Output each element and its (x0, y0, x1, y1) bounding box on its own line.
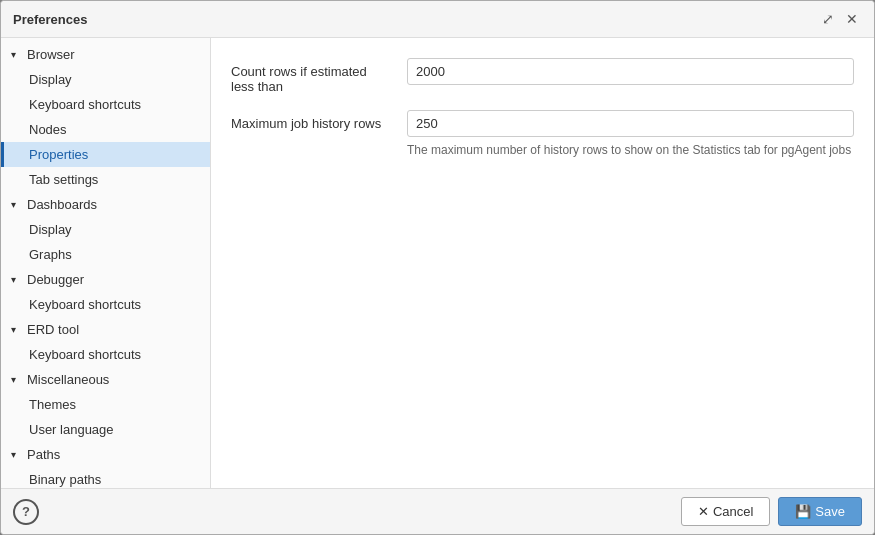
sidebar-group-header-miscellaneous[interactable]: ▾ Miscellaneous (1, 367, 210, 392)
cancel-button[interactable]: ✕ Cancel (681, 497, 770, 526)
save-label: Save (815, 504, 845, 519)
sidebar-group-header-browser[interactable]: ▾ Browser (1, 42, 210, 67)
preferences-dialog: Preferences ⤢ ✕ ▾ Browser Display Keyboa… (0, 0, 875, 535)
title-buttons: ⤢ ✕ (818, 9, 862, 29)
max-job-history-label: Maximum job history rows (231, 110, 391, 131)
sidebar-group-header-paths[interactable]: ▾ Paths (1, 442, 210, 467)
sidebar-item-nodes[interactable]: Nodes (1, 117, 210, 142)
sidebar-item-keyboard-shortcuts-dbg[interactable]: Keyboard shortcuts (1, 292, 210, 317)
sidebar-item-properties[interactable]: Properties (1, 142, 210, 167)
sidebar-group-label-erd: ERD tool (27, 322, 79, 337)
chevron-debugger-icon: ▾ (11, 274, 23, 285)
sidebar-item-tab-settings[interactable]: Tab settings (1, 167, 210, 192)
footer-left: ? (13, 499, 39, 525)
sidebar-item-graphs[interactable]: Graphs (1, 242, 210, 267)
sidebar-group-dashboards: ▾ Dashboards Display Graphs (1, 192, 210, 267)
sidebar-group-miscellaneous: ▾ Miscellaneous Themes User language (1, 367, 210, 442)
chevron-erd-icon: ▾ (11, 324, 23, 335)
sidebar-item-display-dash[interactable]: Display (1, 217, 210, 242)
count-rows-field (407, 58, 854, 85)
sidebar-group-header-erd[interactable]: ▾ ERD tool (1, 317, 210, 342)
count-rows-label: Count rows if estimated less than (231, 58, 391, 94)
footer-right: ✕ Cancel 💾 Save (681, 497, 862, 526)
sidebar-group-label-browser: Browser (27, 47, 75, 62)
title-bar: Preferences ⤢ ✕ (1, 1, 874, 38)
sidebar-group-erd-tool: ▾ ERD tool Keyboard shortcuts (1, 317, 210, 367)
max-job-history-input[interactable] (407, 110, 854, 137)
dialog-title: Preferences (13, 12, 87, 27)
max-job-history-field: The maximum number of history rows to sh… (407, 110, 854, 159)
sidebar-group-label-miscellaneous: Miscellaneous (27, 372, 109, 387)
cancel-label: Cancel (713, 504, 753, 519)
dialog-footer: ? ✕ Cancel 💾 Save (1, 488, 874, 534)
expand-button[interactable]: ⤢ (818, 9, 838, 29)
max-job-history-help: The maximum number of history rows to sh… (407, 141, 854, 159)
save-button[interactable]: 💾 Save (778, 497, 862, 526)
help-button[interactable]: ? (13, 499, 39, 525)
sidebar-item-themes[interactable]: Themes (1, 392, 210, 417)
sidebar: ▾ Browser Display Keyboard shortcuts Nod… (1, 38, 211, 488)
count-rows-row: Count rows if estimated less than (231, 58, 854, 94)
chevron-paths-icon: ▾ (11, 449, 23, 460)
sidebar-group-paths: ▾ Paths Binary paths Help (1, 442, 210, 488)
sidebar-group-header-debugger[interactable]: ▾ Debugger (1, 267, 210, 292)
sidebar-group-header-dashboards[interactable]: ▾ Dashboards (1, 192, 210, 217)
sidebar-group-label-dashboards: Dashboards (27, 197, 97, 212)
sidebar-item-binary-paths[interactable]: Binary paths (1, 467, 210, 488)
max-job-history-row: Maximum job history rows The maximum num… (231, 110, 854, 159)
chevron-miscellaneous-icon: ▾ (11, 374, 23, 385)
sidebar-item-display[interactable]: Display (1, 67, 210, 92)
close-button[interactable]: ✕ (842, 9, 862, 29)
count-rows-input[interactable] (407, 58, 854, 85)
sidebar-group-label-paths: Paths (27, 447, 60, 462)
content-area: Count rows if estimated less than Maximu… (211, 38, 874, 488)
dialog-body: ▾ Browser Display Keyboard shortcuts Nod… (1, 38, 874, 488)
chevron-dashboards-icon: ▾ (11, 199, 23, 210)
sidebar-item-keyboard-shortcuts-erd[interactable]: Keyboard shortcuts (1, 342, 210, 367)
sidebar-item-user-language[interactable]: User language (1, 417, 210, 442)
cancel-icon: ✕ (698, 504, 709, 519)
sidebar-group-label-debugger: Debugger (27, 272, 84, 287)
sidebar-group-debugger: ▾ Debugger Keyboard shortcuts (1, 267, 210, 317)
sidebar-group-browser: ▾ Browser Display Keyboard shortcuts Nod… (1, 42, 210, 192)
chevron-browser-icon: ▾ (11, 49, 23, 60)
sidebar-item-keyboard-shortcuts[interactable]: Keyboard shortcuts (1, 92, 210, 117)
save-icon: 💾 (795, 504, 811, 519)
